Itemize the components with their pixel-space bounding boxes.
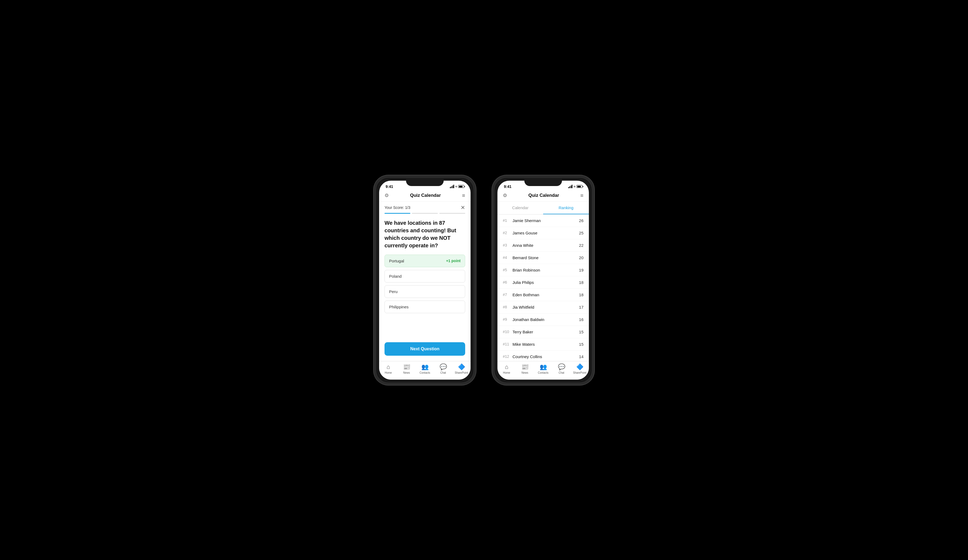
rank-name: Courtney Collins: [512, 355, 579, 359]
rank-number: #3: [503, 243, 512, 247]
home-icon: ⌂: [505, 363, 508, 371]
rank-number: #12: [503, 355, 512, 359]
score-text: Your Score: 1/3: [385, 205, 410, 210]
notch: [406, 178, 444, 186]
chat-icon: 💬: [558, 363, 565, 371]
nav-label-sharepoint: SharePoint: [573, 371, 586, 374]
answer-text-1: Portugal: [389, 258, 404, 263]
answer-option-3[interactable]: Peru: [385, 285, 465, 298]
next-question-button[interactable]: Next Question: [385, 342, 465, 356]
app-header: ⚙ Quiz Calendar ≡: [497, 190, 589, 202]
rank-name: Bernard Stone: [512, 255, 579, 260]
rank-name: Jia Whitfield: [512, 305, 579, 310]
nav-item-sharepoint[interactable]: 🔷 SharePoint: [452, 363, 471, 374]
settings-icon[interactable]: ⚙: [385, 192, 389, 199]
signal-icon: [450, 185, 454, 188]
sharepoint-icon: 🔷: [576, 363, 583, 371]
ranking-row: #5 Brian Robinson 19: [497, 264, 589, 277]
progress-segment-3: [439, 213, 465, 214]
status-time: 9:41: [504, 184, 511, 189]
ranking-row: #7 Eden Bothman 18: [497, 289, 589, 301]
rank-number: #7: [503, 293, 512, 297]
answer-text-2: Poland: [389, 274, 402, 278]
rank-number: #8: [503, 305, 512, 309]
settings-icon[interactable]: ⚙: [503, 192, 507, 199]
ranking-row: #1 Jamie Sherman 26: [497, 215, 589, 227]
close-button[interactable]: ✕: [461, 204, 465, 211]
status-time: 9:41: [386, 184, 393, 189]
battery-icon: [577, 185, 582, 188]
rank-number: #6: [503, 280, 512, 285]
rank-score: 18: [579, 280, 583, 285]
home-icon: ⌂: [386, 363, 390, 371]
rank-score: 16: [579, 317, 583, 322]
nav-item-home[interactable]: ⌂ Home: [497, 363, 516, 374]
rank-score: 15: [579, 342, 583, 346]
rank-name: James Gouse: [512, 231, 579, 235]
ranking-row: #4 Bernard Stone 20: [497, 252, 589, 264]
rank-score: 26: [579, 218, 583, 223]
answer-option-1[interactable]: Portugal +1 point: [385, 255, 465, 267]
rank-score: 20: [579, 255, 583, 260]
app-title: Quiz Calendar: [410, 193, 441, 198]
ranking-row: #6 Julia Philips 18: [497, 277, 589, 289]
nav-item-chat[interactable]: 💬 Chat: [434, 363, 452, 374]
nav-label-contacts: Contacts: [538, 371, 548, 374]
menu-icon[interactable]: ≡: [462, 192, 465, 199]
rank-score: 25: [579, 231, 583, 235]
rank-number: #10: [503, 330, 512, 334]
app-header: ⚙ Quiz Calendar ≡: [379, 190, 471, 202]
nav-item-sharepoint[interactable]: 🔷 SharePoint: [570, 363, 589, 374]
nav-item-chat[interactable]: 💬 Chat: [552, 363, 570, 374]
answer-options: Portugal +1 point Poland Peru Philippine…: [379, 255, 471, 313]
nav-label-news: News: [521, 371, 528, 374]
score-bar: Your Score: 1/3 ✕: [379, 202, 471, 213]
news-icon: 📰: [521, 363, 529, 371]
nav-item-contacts[interactable]: 👥 Contacts: [534, 363, 552, 374]
notch: [524, 178, 562, 186]
progress-segment-1: [385, 213, 410, 214]
battery-icon: [458, 185, 464, 188]
tab-ranking[interactable]: Ranking: [543, 202, 589, 214]
answer-text-3: Peru: [389, 289, 398, 294]
nav-label-chat: Chat: [440, 371, 446, 374]
wifi-icon: ≈: [574, 185, 575, 189]
rank-name: Anna White: [512, 243, 579, 248]
menu-icon[interactable]: ≡: [580, 192, 583, 199]
signal-icon: [568, 185, 573, 188]
ranking-list: #1 Jamie Sherman 26 #2 James Gouse 25 #3…: [497, 215, 589, 361]
wifi-icon: ≈: [455, 185, 457, 189]
nav-item-news[interactable]: 📰 News: [398, 363, 416, 374]
nav-item-news[interactable]: 📰 News: [516, 363, 534, 374]
status-icons: ≈: [568, 185, 582, 189]
app-title: Quiz Calendar: [529, 193, 559, 198]
phone2: 9:41 ≈ ⚙ Quiz Calendar: [492, 175, 594, 385]
answer-option-2[interactable]: Poland: [385, 270, 465, 283]
tabs-container: Calendar Ranking: [497, 202, 589, 215]
nav-item-home[interactable]: ⌂ Home: [379, 363, 398, 374]
ranking-row: #10 Terry Baker 15: [497, 326, 589, 338]
rank-score: 14: [579, 355, 583, 359]
rank-number: #4: [503, 255, 512, 260]
answer-option-4[interactable]: Philippines: [385, 301, 465, 313]
rank-name: Jonathan Baldwin: [512, 317, 579, 322]
rank-number: #1: [503, 218, 512, 223]
bottom-nav: ⌂ Home 📰 News 👥 Contacts 💬 Chat 🔷: [379, 361, 471, 379]
nav-item-contacts[interactable]: 👥 Contacts: [416, 363, 434, 374]
progress-segment-2: [412, 213, 438, 214]
rank-name: Brian Robinson: [512, 268, 579, 272]
bottom-nav: ⌂ Home 📰 News 👥 Contacts 💬 Chat 🔷: [497, 361, 589, 379]
next-button-container: Next Question: [379, 337, 471, 361]
rank-name: Julia Philips: [512, 280, 579, 285]
nav-label-contacts: Contacts: [419, 371, 430, 374]
rank-name: Jamie Sherman: [512, 218, 579, 223]
progress-bar: [379, 213, 471, 214]
sharepoint-icon: 🔷: [458, 363, 465, 371]
ranking-row: #3 Anna White 22: [497, 239, 589, 252]
rank-name: Mike Waters: [512, 342, 579, 346]
nav-label-home: Home: [503, 371, 511, 374]
status-icons: ≈: [450, 185, 464, 189]
ranking-row: #9 Jonathan Baldwin 16: [497, 313, 589, 326]
rank-number: #11: [503, 342, 512, 346]
tab-calendar[interactable]: Calendar: [497, 202, 543, 214]
